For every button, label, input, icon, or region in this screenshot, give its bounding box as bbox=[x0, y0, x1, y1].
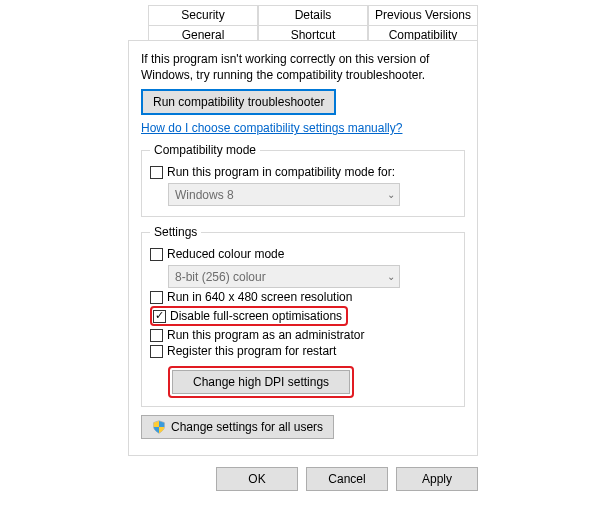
register-restart-label: Register this program for restart bbox=[167, 344, 336, 358]
compat-mode-select[interactable]: Windows 8 ⌄ bbox=[168, 183, 400, 206]
disable-fullscreen-label: Disable full-screen optimisations bbox=[170, 309, 342, 323]
reduced-colour-checkbox[interactable] bbox=[150, 248, 163, 261]
tab-previous-versions[interactable]: Previous Versions bbox=[368, 5, 478, 25]
compat-mode-select-value: Windows 8 bbox=[175, 188, 234, 202]
change-all-users-button[interactable]: Change settings for all users bbox=[141, 415, 334, 439]
properties-dialog: Security Details Previous Versions Gener… bbox=[0, 0, 600, 507]
compat-mode-legend: Compatibility mode bbox=[150, 143, 260, 157]
dpi-button-highlight: Change high DPI settings bbox=[168, 366, 354, 398]
chevron-down-icon: ⌄ bbox=[387, 189, 395, 200]
ok-button[interactable]: OK bbox=[216, 467, 298, 491]
apply-button[interactable]: Apply bbox=[396, 467, 478, 491]
disable-fullscreen-highlight: Disable full-screen optimisations bbox=[150, 306, 348, 326]
help-link[interactable]: How do I choose compatibility settings m… bbox=[141, 121, 402, 135]
tab-details[interactable]: Details bbox=[258, 5, 368, 25]
intro-text: If this program isn't working correctly … bbox=[141, 51, 465, 83]
run-troubleshooter-button[interactable]: Run compatibility troubleshooter bbox=[141, 89, 336, 115]
run-as-admin-checkbox[interactable] bbox=[150, 329, 163, 342]
run-640x480-checkbox[interactable] bbox=[150, 291, 163, 304]
settings-legend: Settings bbox=[150, 225, 201, 239]
compat-mode-checkbox[interactable] bbox=[150, 166, 163, 179]
change-dpi-button[interactable]: Change high DPI settings bbox=[172, 370, 350, 394]
disable-fullscreen-checkbox[interactable] bbox=[153, 310, 166, 323]
run-640x480-label: Run in 640 x 480 screen resolution bbox=[167, 290, 352, 304]
cancel-button[interactable]: Cancel bbox=[306, 467, 388, 491]
shield-icon bbox=[152, 420, 166, 434]
colour-select-value: 8-bit (256) colour bbox=[175, 270, 266, 284]
settings-group: Settings Reduced colour mode 8-bit (256)… bbox=[141, 225, 465, 407]
run-as-admin-label: Run this program as an administrator bbox=[167, 328, 364, 342]
change-all-users-label: Change settings for all users bbox=[171, 420, 323, 434]
reduced-colour-label: Reduced colour mode bbox=[167, 247, 284, 261]
tab-security[interactable]: Security bbox=[148, 5, 258, 25]
compatibility-page: If this program isn't working correctly … bbox=[128, 40, 478, 456]
dialog-actions: OK Cancel Apply bbox=[216, 467, 478, 491]
compatibility-mode-group: Compatibility mode Run this program in c… bbox=[141, 143, 465, 217]
colour-select[interactable]: 8-bit (256) colour ⌄ bbox=[168, 265, 400, 288]
register-restart-checkbox[interactable] bbox=[150, 345, 163, 358]
compat-mode-label: Run this program in compatibility mode f… bbox=[167, 165, 395, 179]
chevron-down-icon: ⌄ bbox=[387, 271, 395, 282]
